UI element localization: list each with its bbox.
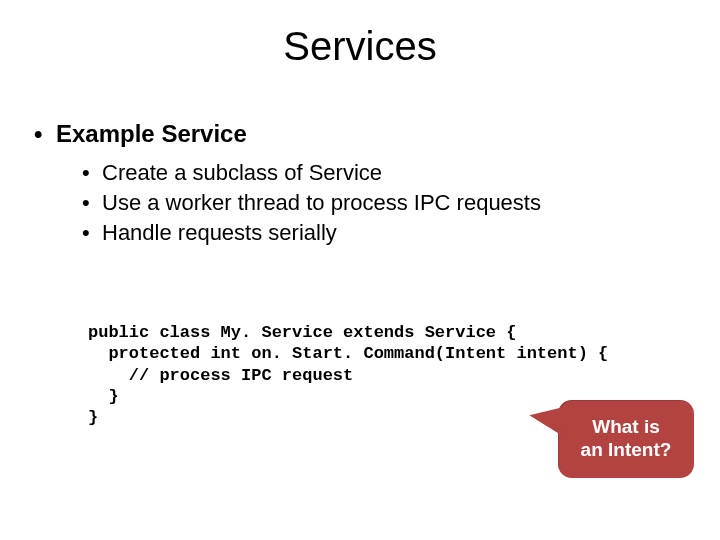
callout-line1: What is <box>592 416 660 437</box>
code-line: protected int on. Start. Command(Intent … <box>88 344 608 363</box>
code-line: } <box>88 387 119 406</box>
callout-text: What is an Intent? <box>581 416 672 462</box>
callout-line2: an Intent? <box>581 439 672 460</box>
sub-bullet-list: Create a subclass of Service Use a worke… <box>82 160 680 246</box>
slide-title: Services <box>0 24 720 69</box>
callout-bubble: What is an Intent? <box>558 400 694 478</box>
code-line: public class My. Service extends Service… <box>88 323 516 342</box>
slide-content: Example Service Create a subclass of Ser… <box>40 120 680 250</box>
code-line: // process IPC request <box>88 366 353 385</box>
sub-bullet: Use a worker thread to process IPC reque… <box>82 190 680 216</box>
sub-bullet: Handle requests serially <box>82 220 680 246</box>
slide: Services Example Service Create a subcla… <box>0 0 720 540</box>
code-line: } <box>88 408 98 427</box>
sub-bullet: Create a subclass of Service <box>82 160 680 186</box>
bullet-heading: Example Service <box>40 120 680 148</box>
